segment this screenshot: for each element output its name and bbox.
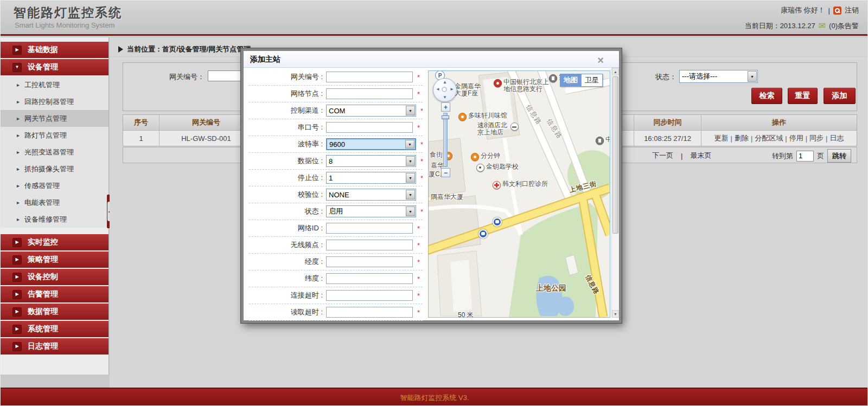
rest-poi-icon [458,113,467,121]
data-bits-select[interactable]: 8▼ [326,155,416,167]
sidebar-group-data-management[interactable]: ▶数据管理 [1,304,108,320]
logout-link[interactable]: 注销 [845,5,859,15]
sidebar-group-label: 基础数据 [28,45,58,55]
map-label-text: 隅嘉华大厦 [431,194,463,201]
add-button[interactable]: 添加 [824,88,856,104]
zoom-slider-track[interactable] [443,113,448,167]
pan-right-icon[interactable]: ► [450,87,454,92]
sidebar-item-streetlight-node-management[interactable]: ▸路灯节点管理 [1,127,108,144]
sidebar-group-system-management[interactable]: ▶系统管理 [1,321,108,337]
select-value: 启用 [329,207,343,216]
modal-scrollbar[interactable]: ▲ ▼ [611,68,619,318]
dropdown-icon[interactable]: ▼ [406,156,415,166]
connect-timeout-field[interactable] [326,290,413,301]
dropdown-icon[interactable]: ▼ [405,140,414,149]
last-page-link[interactable]: 最末页 [690,151,711,160]
jump-button[interactable]: 跳转 [827,149,851,163]
sidebar-group-strategy-management[interactable]: ▶策略管理 [1,252,108,268]
sidebar-item-gateway-node-management[interactable]: ▸网关节点管理 [1,110,108,127]
zoom-slider-thumb[interactable] [442,115,449,119]
status-select[interactable]: ---请选择--- ▼ [679,70,758,83]
network-id-field[interactable] [326,223,413,234]
field-label: 数据位 : [249,156,326,166]
sidebar-group-log-management[interactable]: ▶日志管理 [1,338,108,355]
network-node-field[interactable] [326,88,413,99]
map-type-satellite-button[interactable]: 卫星 [581,74,602,86]
alert-count[interactable]: (0)条告警 [829,21,859,31]
sidebar-group-label: 数据管理 [28,307,58,317]
pan-center-icon[interactable] [442,87,447,92]
mail-icon[interactable]: ✉ [819,22,826,30]
scrollbar-thumb[interactable] [612,76,618,234]
sidebar-group-alarm-management[interactable]: ▶告警管理 [1,286,108,302]
zoom-in-button[interactable]: + [441,102,450,112]
app-title: 智能路灯监控系统 [14,4,122,21]
select-value: 8 [329,157,333,165]
col-header-operations: 操作 [701,115,857,130]
parity-select[interactable]: NONE▼ [326,189,416,201]
breadcrumb-text: 当前位置：首页/设备管理/网关节点管理 [127,44,251,54]
cell-gateway-no: HL-GW-SD-001 [159,131,253,146]
op-disable-link[interactable]: 停用 [789,133,803,143]
sidebar-group-label: 设备控制 [28,272,58,282]
scroll-down-icon[interactable]: ▼ [612,310,619,318]
control-channel-select[interactable]: COM▼ [326,105,416,117]
sidebar-group-device-management[interactable]: ▼ 设备管理 [1,59,108,75]
required-asterisk: * [417,90,422,98]
status-enable-select[interactable]: 启用▼ [326,205,416,217]
dropdown-icon[interactable]: ▼ [406,190,415,199]
op-log-link[interactable]: 日志 [829,133,844,143]
school-poi-icon [476,164,484,172]
reset-button[interactable]: 重置 [788,88,818,104]
pan-left-icon[interactable]: ◄ [436,87,440,92]
op-delete-link[interactable]: 删除 [735,133,749,143]
dropdown-icon[interactable]: ▼ [748,71,757,82]
stop-bits-select[interactable]: 1▼ [326,172,416,184]
footer-text: 智能路灯监控系统 V3. [400,394,469,402]
sidebar-group-label: 实时监控 [28,237,58,247]
sidebar-item-capture-camera-management[interactable]: ▸抓拍摄像头管理 [1,160,108,177]
sidebar-item-label: 路灯节点管理 [24,131,67,140]
pan-down-icon[interactable]: ▼ [443,95,447,100]
col-header-gateway: 网关编号 [159,115,253,130]
current-date: 当前日期：2013.12.27 [745,21,815,31]
sidebar-item-device-maintenance-management[interactable]: ▸设备维修管理 [1,211,108,228]
required-asterisk: * [417,224,422,233]
sidebar-group-device-control[interactable]: ▶设备控制 [1,269,108,285]
pan-up-icon[interactable]: ▲ [443,80,447,85]
search-button[interactable]: 检索 [751,88,782,104]
dropdown-icon[interactable]: ▼ [406,173,415,183]
page-number-input[interactable] [796,151,814,162]
sidebar-group-realtime-monitoring[interactable]: ▶实时监控 [1,234,108,250]
zoom-out-button[interactable]: − [441,168,450,177]
sidebar-item-ipc-management[interactable]: ▸工控机管理 [1,76,108,93]
serial-port-field[interactable] [326,122,413,133]
latitude-field[interactable] [326,273,413,284]
cell-operations: 更新|删除|分配区域|停用|同步|日志 [701,131,857,146]
location-map[interactable]: 实创大厦中国银行北京上地信息路支行金隅嘉华大厦F座多味轩川味馆速8酒店北京上地店… [428,70,610,318]
collapsed-arrow-icon: ▶ [12,255,22,265]
scroll-up-icon[interactable]: ▲ [612,68,619,75]
baud-rate-select[interactable]: 9600▼ [326,138,416,150]
wireless-freq-field[interactable] [326,240,413,250]
sidebar-item-label: 传感器管理 [24,181,60,191]
collapsed-arrow-icon: ▶ [12,325,22,334]
dropdown-icon[interactable]: ▼ [406,106,415,115]
map-type-map-button[interactable]: 地图 [560,74,581,86]
op-assign-area-link[interactable]: 分配区域 [755,133,783,143]
sidebar-item-loop-controller-management[interactable]: ▸回路控制器管理 [1,93,108,110]
sidebar-item-sensor-management[interactable]: ▸传感器管理 [1,177,108,194]
map-pan-control[interactable]: ▲ ▼ ◄ ► [433,78,457,102]
longitude-field[interactable] [326,256,413,267]
read-timeout-field[interactable] [326,307,413,318]
required-asterisk: * [417,258,422,266]
gateway-no-field[interactable] [326,72,413,82]
sidebar-item-energy-meter-management[interactable]: ▸电能表管理 [1,194,108,211]
next-page-link[interactable]: 下一页 [652,151,673,160]
op-sync-link[interactable]: 同步 [809,133,824,143]
dropdown-icon[interactable]: ▼ [406,207,415,216]
close-icon[interactable]: × [595,52,606,68]
sidebar-group-basic-data[interactable]: ▶ 基础数据 [1,42,108,58]
op-update-link[interactable]: 更新 [714,133,729,143]
sidebar-item-light-transmitter-management[interactable]: ▸光照变送器管理 [1,144,108,160]
